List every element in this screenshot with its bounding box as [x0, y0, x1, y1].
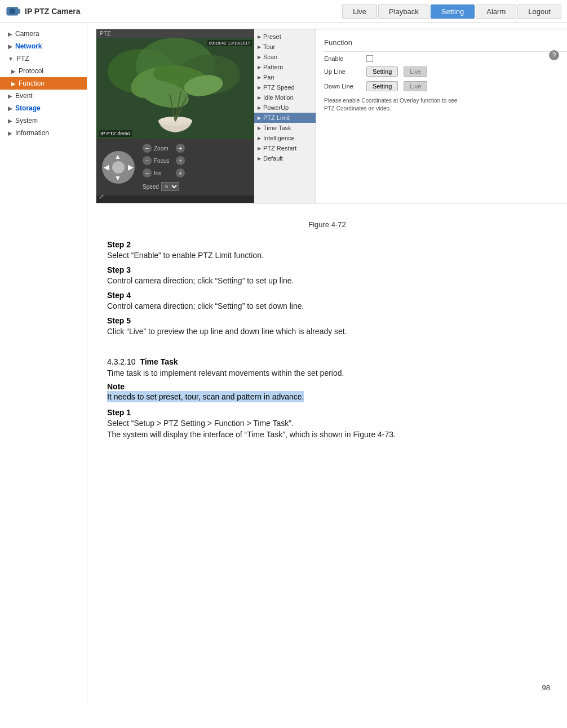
- tri-icon: ▶: [258, 34, 261, 39]
- note-highlighted-text: It needs to set preset, tour, scan and p…: [107, 392, 547, 401]
- nav-live[interactable]: Live: [342, 5, 377, 19]
- ptz-menu-ptz-restart[interactable]: ▶ PTZ Restart: [254, 143, 316, 153]
- iris-row: − Iris +: [143, 168, 185, 177]
- ptz-menu-idle-motion[interactable]: ▶ Idle Motion: [254, 92, 316, 103]
- document-content: Figure 4-72 Step 2 Select “Enable” to en…: [96, 203, 559, 458]
- sidebar-item-network[interactable]: ▶ Network: [0, 40, 87, 52]
- nav-playback[interactable]: Playback: [378, 5, 429, 19]
- ptz-menu-intelligence-label: Intelligence: [263, 135, 295, 141]
- joystick-up-arrow[interactable]: ▲: [114, 153, 121, 161]
- sidebar-item-system[interactable]: ▶ System: [0, 114, 87, 127]
- arrow-icon: ▶: [11, 68, 16, 74]
- up-line-live-btn[interactable]: Live: [404, 66, 427, 77]
- focus-plus-btn[interactable]: +: [176, 156, 185, 165]
- up-line-row: Up Line Setting Live: [324, 66, 567, 77]
- ptz-menu: ▶ Preset ▶ Tour ▶ Scan ▶ Pattern: [254, 29, 316, 203]
- arrow-icon: ▶: [8, 130, 12, 136]
- ptz-menu-ptz-speed[interactable]: ▶ PTZ Speed: [254, 82, 316, 92]
- nav-alarm[interactable]: Alarm: [476, 5, 516, 19]
- zoom-minus-btn[interactable]: −: [143, 144, 152, 153]
- step2-text: Select “Enable” to enable PTZ Limit func…: [107, 251, 547, 260]
- focus-minus-btn[interactable]: −: [143, 156, 152, 165]
- ptz-joystick[interactable]: ▲ ▼ ◀ ▶: [102, 151, 135, 184]
- tri-icon: ▶: [258, 95, 261, 100]
- ptz-menu-ptz-limit[interactable]: ▶ PTZ Limit: [254, 113, 316, 123]
- up-line-setting-btn[interactable]: Setting: [366, 66, 398, 77]
- ptz-menu-idle-motion-label: Idle Motion: [263, 94, 294, 101]
- step2-heading: Step 2: [107, 240, 547, 249]
- joystick-down-arrow[interactable]: ▼: [114, 174, 121, 182]
- sidebar-item-protocol[interactable]: ▶ Protocol: [0, 65, 87, 77]
- tri-icon: ▶: [258, 65, 261, 70]
- section-step1-text1: Select “Setup > PTZ Setting > Function >…: [107, 419, 547, 428]
- down-line-row: Down Line Setting Live: [324, 81, 567, 91]
- iris-plus-btn[interactable]: +: [176, 168, 185, 177]
- ptz-menu-ptz-restart-label: PTZ Restart: [263, 145, 296, 152]
- enable-checkbox[interactable]: [366, 55, 373, 62]
- tri-icon: ▶: [258, 85, 261, 90]
- arrow-icon: ▶: [8, 118, 12, 124]
- nav-tabs: Live Playback Setting Alarm Logout: [342, 5, 561, 19]
- sidebar-item-information[interactable]: ▶ Information: [0, 127, 87, 139]
- sidebar-item-camera[interactable]: ▶ Camera: [0, 28, 87, 40]
- ptz-menu-tour[interactable]: ▶ Tour: [254, 42, 316, 52]
- ptz-menu-scan-label: Scan: [263, 54, 277, 60]
- tri-icon: ▶: [258, 146, 261, 151]
- nav-logout[interactable]: Logout: [517, 5, 561, 19]
- enable-row: Enable: [324, 55, 567, 62]
- down-line-setting-btn[interactable]: Setting: [366, 81, 398, 91]
- zoom-label: Zoom: [154, 145, 174, 152]
- ptz-menu-default[interactable]: ▶ Default: [254, 153, 316, 163]
- sidebar-item-ptz[interactable]: ▼ PTZ: [0, 52, 87, 65]
- tri-icon: ▶: [258, 105, 261, 110]
- section-intro: Time task is to implement relevant movem…: [107, 369, 547, 378]
- section-step1-heading: Step 1: [107, 408, 547, 417]
- arrow-icon: ▶: [8, 93, 12, 99]
- top-navigation: IP PTZ Camera Live Playback Setting Alar…: [0, 0, 567, 23]
- section-title: Time Task: [140, 357, 178, 366]
- expand-icon[interactable]: ⤢: [99, 193, 104, 201]
- zoom-plus-btn[interactable]: +: [176, 144, 185, 153]
- sidebar: ▶ Camera ▶ Network ▼ PTZ ▶ Protocol ▶ Fu…: [0, 23, 87, 703]
- iris-minus-btn[interactable]: −: [143, 168, 152, 177]
- ptz-menu-time-task[interactable]: ▶ Time Task: [254, 123, 316, 133]
- ptz-menu-scan[interactable]: ▶ Scan: [254, 52, 316, 62]
- up-line-label: Up Line: [324, 68, 361, 75]
- figure-caption: Figure 4-72: [107, 220, 547, 229]
- speed-select[interactable]: 5 1234 678: [161, 182, 179, 191]
- settings-panel: Function Enable Up Line Setting Live Dow…: [316, 29, 567, 203]
- ptz-menu-pattern[interactable]: ▶ Pattern: [254, 62, 316, 72]
- sidebar-item-event[interactable]: ▶ Event: [0, 90, 87, 102]
- content-area: ? PTZ: [87, 23, 567, 703]
- sidebar-item-storage[interactable]: ▶ Storage: [0, 102, 87, 114]
- focus-row: − Focus +: [143, 156, 185, 165]
- arrow-icon: ▶: [8, 105, 12, 112]
- ptz-menu-pan[interactable]: ▶ Pan: [254, 72, 316, 82]
- ptz-menu-preset[interactable]: ▶ Preset: [254, 32, 316, 42]
- zoom-row: − Zoom +: [143, 144, 185, 153]
- section-step1-text2: The system will display the interface of…: [107, 430, 547, 439]
- tri-icon: ▶: [258, 45, 261, 50]
- video-timestamp: 09:18:42 13/10/2017: [207, 40, 252, 46]
- ptz-menu-intelligence[interactable]: ▶ Intelligence: [254, 133, 316, 143]
- sidebar-item-function[interactable]: ▶ Function: [0, 77, 87, 90]
- note-label: Note: [107, 382, 547, 391]
- camera-icon: [6, 3, 21, 19]
- down-line-label: Down Line: [324, 83, 361, 90]
- video-panel: PTZ: [96, 29, 254, 203]
- down-line-live-btn[interactable]: Live: [404, 81, 427, 91]
- controls-bar: ▲ ▼ ◀ ▶ − Zoom + − Fo: [96, 139, 254, 196]
- ptz-menu-powerup[interactable]: ▶ PowerUp: [254, 103, 316, 113]
- joystick-left-arrow[interactable]: ◀: [104, 163, 109, 171]
- step3-heading: Step 3: [107, 265, 547, 274]
- tri-icon: ▶: [258, 55, 261, 60]
- speed-row: Speed 5 1234 678: [143, 182, 185, 191]
- step4-text: Control camera direction; click “Setting…: [107, 301, 547, 310]
- joystick-right-arrow[interactable]: ▶: [128, 163, 133, 171]
- note-text: It needs to set preset, tour, scan and p…: [107, 391, 304, 402]
- iris-label: Iris: [154, 170, 174, 176]
- svg-point-2: [11, 10, 14, 13]
- joystick-center: [112, 161, 125, 174]
- help-icon[interactable]: ?: [549, 50, 559, 60]
- nav-setting[interactable]: Setting: [431, 5, 475, 19]
